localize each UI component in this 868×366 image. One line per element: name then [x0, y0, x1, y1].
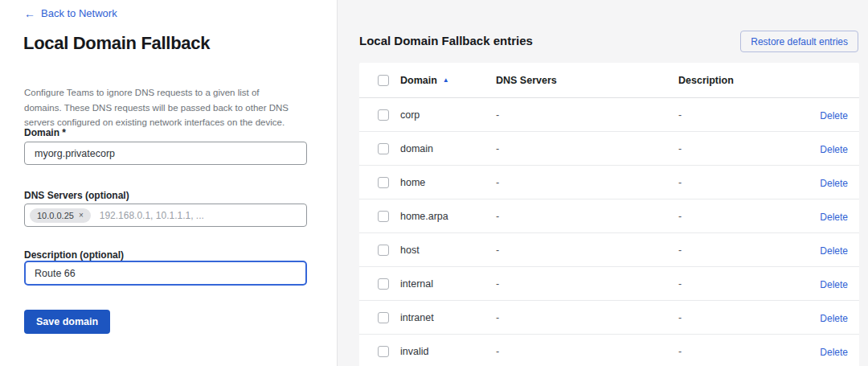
page-title: Local Domain Fallback	[23, 33, 210, 54]
description-input[interactable]	[24, 261, 307, 286]
description-field-label: Description (optional)	[24, 249, 124, 261]
column-header-description[interactable]: Description	[678, 75, 859, 86]
restore-default-entries-button[interactable]: Restore default entries	[740, 31, 858, 52]
delete-entry-link[interactable]: Delete	[820, 144, 848, 155]
row-dns-servers: -	[496, 245, 678, 256]
table-header-row: Domain ▲ DNS Servers Description	[359, 63, 859, 98]
dns-servers-input[interactable]: 10.0.0.25 × 192.168.0.1, 10.1.1.1, ...	[24, 204, 307, 227]
row-checkbox[interactable]	[378, 312, 389, 323]
entries-table: Domain ▲ DNS Servers Description corp - …	[359, 63, 859, 366]
back-to-network-link[interactable]: ← Back to Network	[24, 7, 117, 19]
table-row: domain - - Delete	[359, 132, 859, 166]
row-dns-servers: -	[496, 177, 678, 188]
row-dns-servers: -	[496, 143, 678, 154]
row-domain: invalid	[400, 346, 496, 357]
column-header-dns-servers[interactable]: DNS Servers	[496, 75, 678, 86]
row-description: -	[678, 143, 820, 154]
table-row: invalid - - Delete	[359, 335, 859, 366]
domain-input[interactable]	[24, 142, 307, 165]
row-description: -	[678, 278, 820, 290]
row-dns-servers: -	[496, 312, 678, 323]
table-row: intranet - - Delete	[359, 301, 859, 335]
row-domain: domain	[400, 143, 496, 154]
delete-entry-link[interactable]: Delete	[820, 110, 848, 121]
dns-server-tag: 10.0.0.25 ×	[30, 208, 91, 223]
row-domain: intranet	[400, 312, 496, 323]
row-checkbox[interactable]	[378, 211, 389, 222]
row-checkbox[interactable]	[378, 346, 389, 357]
row-checkbox[interactable]	[378, 143, 389, 154]
tag-remove-icon[interactable]: ×	[79, 211, 84, 220]
table-row: internal - - Delete	[359, 267, 859, 301]
table-row: home - - Delete	[359, 166, 859, 199]
dns-servers-placeholder: 192.168.0.1, 10.1.1.1, ...	[100, 210, 204, 221]
row-dns-servers: -	[496, 109, 678, 121]
table-body: corp - - Delete domain - - Delete	[359, 98, 859, 366]
delete-entry-link[interactable]: Delete	[820, 212, 848, 223]
row-checkbox[interactable]	[378, 245, 389, 256]
table-row: corp - - Delete	[359, 98, 859, 132]
dns-server-tag-value: 10.0.0.25	[37, 211, 74, 220]
row-dns-servers: -	[496, 211, 678, 222]
row-description: -	[678, 177, 820, 188]
table-row: host - - Delete	[359, 233, 859, 267]
entries-title: Local Domain Fallback entries	[359, 34, 533, 47]
dns-servers-field-label: DNS Servers (optional)	[24, 190, 129, 201]
table-row: home.arpa - - Delete	[359, 199, 859, 233]
row-domain: host	[400, 245, 496, 256]
row-description: -	[678, 312, 820, 323]
select-all-checkbox[interactable]	[378, 75, 389, 86]
row-dns-servers: -	[496, 346, 678, 357]
row-description: -	[678, 245, 820, 256]
save-domain-button[interactable]: Save domain	[24, 310, 110, 334]
row-domain: corp	[400, 109, 496, 121]
row-domain: internal	[400, 278, 496, 290]
back-arrow-icon: ←	[24, 8, 35, 19]
entries-panel: Local Domain Fallback entries Restore de…	[337, 0, 868, 366]
column-header-domain[interactable]: Domain ▲	[400, 75, 496, 86]
delete-entry-link[interactable]: Delete	[820, 245, 848, 257]
row-domain: home	[400, 177, 496, 188]
row-description: -	[678, 346, 820, 357]
row-description: -	[678, 211, 820, 222]
row-domain: home.arpa	[400, 211, 496, 222]
delete-entry-link[interactable]: Delete	[820, 279, 848, 290]
sort-asc-icon: ▲	[443, 77, 449, 84]
row-description: -	[678, 109, 820, 121]
back-link-label: Back to Network	[41, 7, 117, 19]
page-description: Configure Teams to ignore DNS requests t…	[24, 85, 297, 130]
row-checkbox[interactable]	[378, 278, 389, 290]
settings-form-panel: ← Back to Network Local Domain Fallback …	[0, 0, 337, 366]
delete-entry-link[interactable]: Delete	[820, 347, 848, 358]
row-checkbox[interactable]	[378, 177, 389, 188]
row-checkbox[interactable]	[378, 109, 389, 121]
row-dns-servers: -	[496, 278, 678, 290]
delete-entry-link[interactable]: Delete	[820, 313, 848, 324]
delete-entry-link[interactable]: Delete	[820, 178, 848, 189]
domain-field-label: Domain *	[24, 127, 66, 138]
